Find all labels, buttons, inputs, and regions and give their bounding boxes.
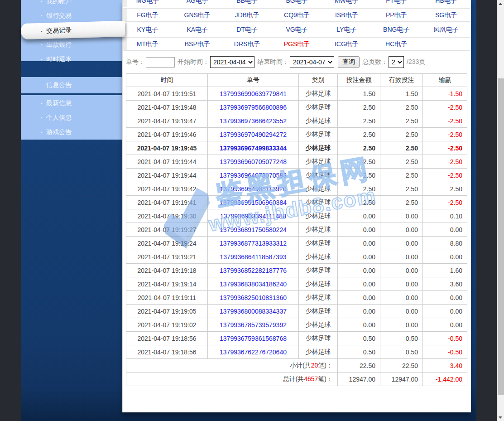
tab-DRS电子[interactable]: DRS电子 <box>222 38 272 50</box>
tab-MT电子[interactable]: MT电子 <box>123 38 173 50</box>
win-loss-cell: -2.50 <box>423 114 467 128</box>
tab-JDB电子[interactable]: JDB电子 <box>222 9 272 21</box>
order-id-cell[interactable]: 1379936785739579392 <box>208 318 299 332</box>
valid-bet-cell: 2.50 <box>380 155 423 169</box>
order-id-link[interactable]: 1379936877313933312 <box>220 240 287 247</box>
tab-ISB电子[interactable]: ISB电子 <box>322 9 371 21</box>
tab-凤凰电子[interactable]: 凤凰电子 <box>421 23 471 36</box>
tab-empty <box>421 38 471 50</box>
tab-GNS电子[interactable]: GNS电子 <box>173 9 222 21</box>
tab-SG电子[interactable]: SG电子 <box>421 9 471 21</box>
order-id-cell[interactable]: 1379936877313933312 <box>208 237 299 250</box>
order-id-link[interactable]: 1379936762276720640 <box>220 348 287 356</box>
order-id-cell[interactable]: 1379936967499833344 <box>208 141 299 155</box>
order-id-cell[interactable]: 1379936800088334337 <box>208 305 299 318</box>
tab-LY电子[interactable]: LY电子 <box>322 23 371 36</box>
order-id-cell[interactable]: 1379936759361568768 <box>208 332 299 345</box>
order-id-link[interactable]: 1379936990639779841 <box>220 90 287 97</box>
tab-ICG电子[interactable]: ICG电子 <box>322 38 371 50</box>
bet-amount-cell: 1.50 <box>338 87 380 101</box>
order-id-link[interactable]: 1379936967499833344 <box>220 145 287 152</box>
game-tabs: MG电子AG电子BB电子BG电子MW电子PT电子HB电子FG电子GNS电子JDB… <box>123 0 471 51</box>
order-id-cell[interactable]: 1379936951506960384 <box>208 196 299 209</box>
order-id-link[interactable]: 1379936891750580224 <box>220 226 287 233</box>
win-loss-cell: 0.10 <box>423 209 467 223</box>
page-select[interactable]: 2 <box>389 56 404 68</box>
order-id-cell[interactable]: 1379936964073070593 <box>208 169 299 182</box>
order-id-link[interactable]: 1379936979566800896 <box>220 104 287 111</box>
tab-PGS电子[interactable]: PGS电子 <box>272 38 322 50</box>
tab-AG电子[interactable]: AG电子 <box>173 0 222 7</box>
tab-DT电子[interactable]: DT电子 <box>222 23 272 36</box>
order-id-link[interactable]: 1379936825010831360 <box>220 294 287 301</box>
order-id-link[interactable]: 1379936960705077248 <box>220 158 287 165</box>
sidebar-item-我的帐户[interactable]: ·我的帐户 <box>21 0 122 9</box>
order-id-cell[interactable]: 1379936903394111488 <box>208 209 299 223</box>
content-panel: MG电子AG电子BB电子BG电子MW电子PT电子HB电子FG电子GNS电子JDB… <box>122 0 471 412</box>
order-id-link[interactable]: 1379936759361568768 <box>220 335 287 342</box>
order-id-link[interactable]: 1379936951506960384 <box>220 199 287 206</box>
order-id-cell[interactable]: 1379936864118587393 <box>208 250 299 264</box>
bet-amount-cell: 2.50 <box>338 128 380 141</box>
scrollbar-thumb[interactable] <box>498 78 504 395</box>
table-row: 2021-04-07 19:19:301379936903394111488少林… <box>126 209 467 223</box>
tab-VG电子[interactable]: VG电子 <box>272 23 322 36</box>
end-date-select[interactable]: 2021-04-07 <box>290 56 334 68</box>
tab-HC电子[interactable]: HC电子 <box>371 38 421 50</box>
category-cell: 少林足球 <box>299 223 338 237</box>
tab-BSP电子[interactable]: BSP电子 <box>173 38 222 50</box>
scrollbar[interactable] <box>497 0 504 421</box>
category-cell: 少林足球 <box>299 87 338 101</box>
order-id-cell[interactable]: 1379936990639779841 <box>208 87 299 101</box>
order-id-link[interactable]: 1379936964073070593 <box>220 172 287 179</box>
tab-BNG电子[interactable]: BNG电子 <box>371 23 421 36</box>
order-id-link[interactable]: 1379936903394111488 <box>220 213 286 220</box>
order-id-link[interactable]: 1379936800088334337 <box>220 308 287 315</box>
order-id-link[interactable]: 1379936852282187776 <box>220 267 287 274</box>
sidebar-item-label: 个人信息 <box>46 114 72 122</box>
tab-KY电子[interactable]: KY电子 <box>123 23 173 36</box>
scroll-up-arrow[interactable] <box>497 0 504 7</box>
valid-bet-cell: 2.50 <box>380 141 423 155</box>
sidebar-item-个人信息[interactable]: ·个人信息 <box>21 111 122 125</box>
tab-CQ9电子[interactable]: CQ9电子 <box>272 9 322 21</box>
category-cell: 少林足球 <box>299 264 338 277</box>
order-id-cell[interactable]: 1379936973686423552 <box>208 114 299 128</box>
order-id-cell[interactable]: 1379936960705077248 <box>208 155 299 169</box>
order-id-cell[interactable]: 1379936852282187776 <box>208 264 299 277</box>
tab-KA电子[interactable]: KA电子 <box>173 23 222 36</box>
sidebar-item-游戏公告[interactable]: ·游戏公告 <box>21 125 122 140</box>
order-id-link[interactable]: 1379936954988113920 <box>220 185 287 193</box>
sidebar-item-出款银行[interactable]: ·出款银行 <box>21 38 122 52</box>
order-number-input[interactable] <box>146 57 175 68</box>
order-id-cell[interactable]: 1379936762276720640 <box>208 345 299 359</box>
tab-MW电子[interactable]: MW电子 <box>322 0 371 7</box>
order-id-cell[interactable]: 1379936979566800896 <box>208 101 299 114</box>
order-id-link[interactable]: 1379936970490294272 <box>220 131 287 138</box>
order-id-cell[interactable]: 1379936825010831360 <box>208 291 299 305</box>
total-valid: 12947.00 <box>380 373 423 386</box>
order-id-link[interactable]: 1379936838034186240 <box>220 281 287 288</box>
bullet-icon: · <box>41 114 46 121</box>
scroll-down-arrow[interactable] <box>497 414 504 421</box>
tab-BG电子[interactable]: BG电子 <box>272 0 322 7</box>
tab-PT电子[interactable]: PT电子 <box>371 0 421 7</box>
sidebar-item-最新信息[interactable]: ·最新信息 <box>21 96 122 111</box>
tab-HB电子[interactable]: HB电子 <box>421 0 471 7</box>
tab-BB电子[interactable]: BB电子 <box>222 0 272 7</box>
order-id-link[interactable]: 1379936973686423552 <box>220 117 287 125</box>
order-id-link[interactable]: 1379936785739579392 <box>220 321 287 329</box>
order-id-cell[interactable]: 1379936891750580224 <box>208 223 299 237</box>
tab-PP电子[interactable]: PP电子 <box>371 9 421 21</box>
order-id-cell[interactable]: 1379936838034186240 <box>208 277 299 291</box>
sidebar-item-交易记录 (active)[interactable]: ·交易记录 <box>21 21 125 39</box>
sidebar-item-label: 时时返水 <box>46 55 72 63</box>
tab-MG电子[interactable]: MG电子 <box>123 0 173 7</box>
category-cell: 少林足球 <box>299 169 338 182</box>
tab-FG电子[interactable]: FG电子 <box>123 9 173 21</box>
order-id-cell[interactable]: 1379936954988113920 <box>208 182 299 196</box>
search-button[interactable]: 查询 <box>338 56 360 68</box>
order-id-link[interactable]: 1379936864118587393 <box>220 253 287 261</box>
order-id-cell[interactable]: 1379936970490294272 <box>208 128 299 141</box>
start-date-select[interactable]: 2021-04-04 <box>210 56 254 68</box>
